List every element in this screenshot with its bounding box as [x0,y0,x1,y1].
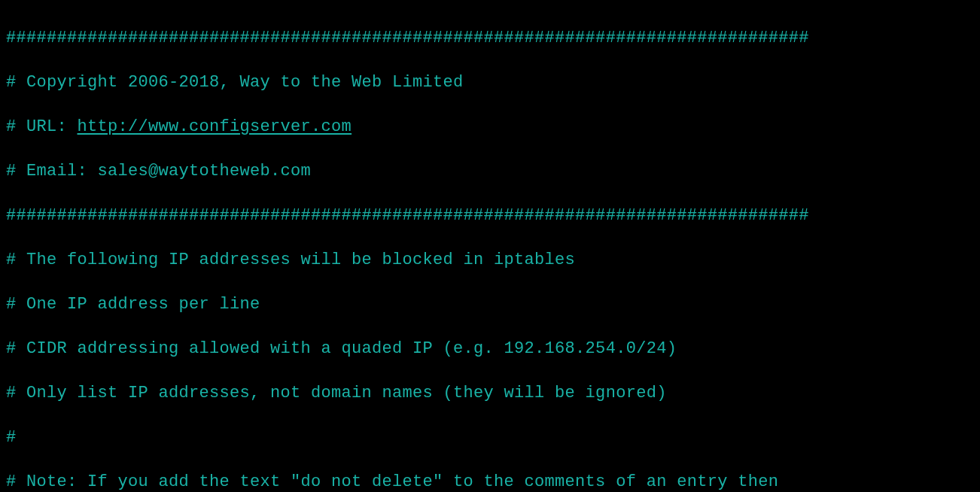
hr-mid: ########################################… [6,205,975,227]
comment-only-ip: # Only list IP addresses, not domain nam… [6,382,975,405]
comment-cidr: # CIDR addressing allowed with a quaded … [6,338,975,360]
copyright-line: # Copyright 2006-2018, Way to the Web Li… [6,71,975,94]
comment-note-1: # Note: If you add the text "do not dele… [6,471,975,493]
hr-top: ########################################… [6,27,975,50]
url-label: # URL: [6,117,78,136]
url-line: # URL: http://www.configserver.com [6,116,975,138]
terminal-editor[interactable]: ########################################… [0,0,980,492]
url-link[interactable]: http://www.configserver.com [78,117,352,136]
comment-one-per-line: # One IP address per line [6,293,975,316]
comment-blocked: # The following IP addresses will be blo… [6,249,975,272]
comment-blank-1: # [6,427,975,449]
email-line: # Email: sales@waytotheweb.com [6,160,975,183]
